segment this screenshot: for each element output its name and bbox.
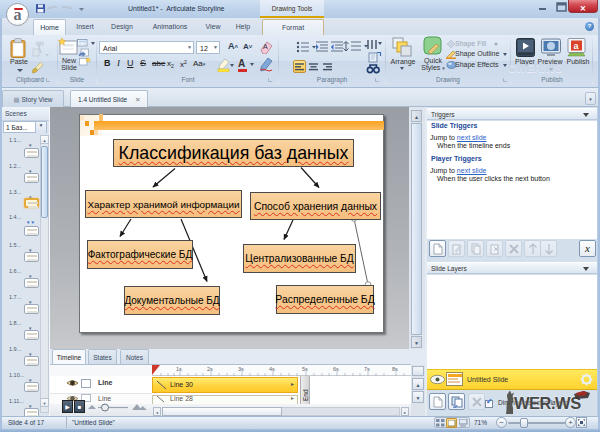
svg-text:2s: 2s xyxy=(207,366,213,372)
svg-text:A: A xyxy=(238,58,245,69)
svg-text:6s: 6s xyxy=(333,366,339,372)
svg-text:8s: 8s xyxy=(392,366,398,372)
svg-text:WER.WS: WER.WS xyxy=(514,394,581,412)
svg-text:1s: 1s xyxy=(176,366,182,372)
svg-text:3s: 3s xyxy=(238,366,244,372)
svg-text:7s: 7s xyxy=(364,366,370,372)
svg-text:4s: 4s xyxy=(269,366,275,372)
svg-text:5s: 5s xyxy=(302,366,308,372)
svg-text:End: End xyxy=(302,389,309,401)
svg-text:A: A xyxy=(263,43,268,50)
